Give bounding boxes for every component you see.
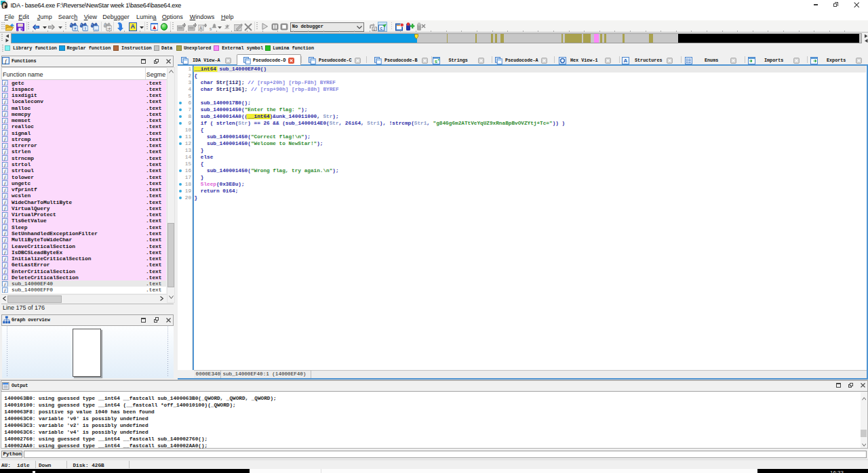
svg-text:…: … (94, 26, 98, 30)
svg-text:c: c (373, 26, 375, 30)
svg-text:A: A (624, 58, 628, 64)
svg-text:s: s (434, 58, 437, 64)
svg-text:c: c (380, 25, 382, 30)
svg-text:s: s (209, 26, 212, 31)
